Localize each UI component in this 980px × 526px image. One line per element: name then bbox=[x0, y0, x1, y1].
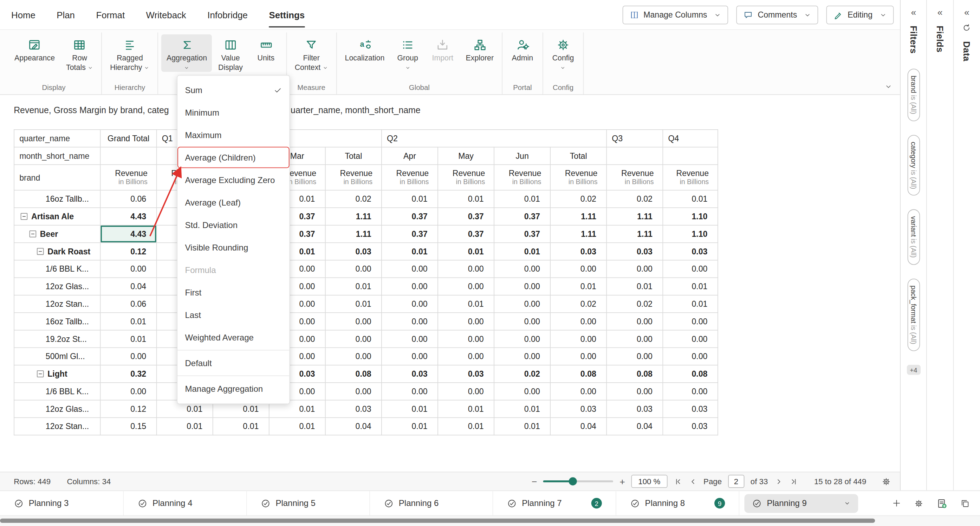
value-cell[interactable]: 0.37 bbox=[382, 225, 438, 243]
value-cell[interactable]: 0.00 bbox=[100, 383, 156, 400]
value-cell[interactable]: 0.01 bbox=[382, 243, 438, 261]
value-cell[interactable]: 0.01 bbox=[494, 418, 550, 435]
value-cell[interactable]: 0.01 bbox=[438, 295, 494, 313]
value-cell[interactable]: 0.01 bbox=[438, 418, 494, 435]
value-cell[interactable]: 0.00 bbox=[438, 348, 494, 365]
value-cell[interactable]: 1.10 bbox=[663, 208, 718, 225]
value-cell[interactable]: 0.03 bbox=[663, 400, 718, 418]
appearance-button[interactable]: Appearance bbox=[10, 35, 60, 64]
zoom-slider[interactable] bbox=[543, 477, 613, 486]
value-cell[interactable]: 0.01 bbox=[663, 190, 718, 208]
value-cell[interactable]: 0.02 bbox=[550, 295, 606, 313]
next-page-button[interactable] bbox=[774, 477, 783, 486]
export-report-icon[interactable] bbox=[936, 497, 947, 509]
value-cell[interactable]: 0.01 bbox=[100, 313, 156, 330]
quarter-header-q4[interactable]: Q4 bbox=[663, 130, 718, 147]
value-cell[interactable]: 0.00 bbox=[550, 348, 606, 365]
menu-settings[interactable]: Settings bbox=[269, 0, 305, 30]
value-cell[interactable]: 1.11 bbox=[550, 225, 606, 243]
admin-button[interactable]: Admin bbox=[506, 35, 539, 64]
value-cell[interactable]: 0.00 bbox=[663, 260, 718, 278]
filter-pill-variant[interactable]: variant is (All) bbox=[907, 210, 920, 265]
value-cell[interactable]: 0.00 bbox=[382, 330, 438, 348]
value-cell[interactable]: 0.01 bbox=[382, 418, 438, 435]
row-header-cell[interactable]: Dark Roast bbox=[14, 243, 100, 261]
collapse-toggle-icon[interactable] bbox=[37, 370, 44, 377]
menu-item-std-deviation[interactable]: Std. Deviation bbox=[177, 214, 289, 236]
value-cell[interactable]: 0.01 bbox=[100, 330, 156, 348]
value-cell[interactable]: 0.01 bbox=[438, 400, 494, 418]
value-cell[interactable]: 0.32 bbox=[100, 365, 156, 383]
value-cell[interactable]: 0.02 bbox=[494, 365, 550, 383]
value-cell[interactable]: 0.00 bbox=[382, 260, 438, 278]
selected-cell[interactable]: 4.43 bbox=[100, 225, 156, 243]
value-cell[interactable]: 0.01 bbox=[663, 278, 718, 295]
value-cell[interactable]: 0.00 bbox=[100, 260, 156, 278]
tab-planning-7[interactable]: Planning 72 bbox=[493, 491, 616, 515]
value-cell[interactable]: 0.01 bbox=[157, 418, 213, 435]
value-cell[interactable]: 0.00 bbox=[663, 330, 718, 348]
value-cell[interactable]: 0.00 bbox=[606, 260, 663, 278]
active-tab-planning-9[interactable]: Planning 9 bbox=[744, 494, 858, 512]
menu-item-maximum[interactable]: Maximum bbox=[177, 124, 289, 146]
menu-item-sum[interactable]: Sum bbox=[177, 79, 289, 101]
row-header-cell[interactable]: 16oz Tallb... bbox=[14, 313, 100, 330]
zoom-out-button[interactable]: − bbox=[531, 476, 537, 487]
row-header-cell[interactable]: 500ml Gl... bbox=[14, 348, 100, 365]
tab-planning-3[interactable]: Planning 3 bbox=[0, 491, 123, 515]
row-header-cell[interactable]: 1/6 BBL K... bbox=[14, 383, 100, 400]
menu-item-average-children[interactable]: Average (Children) bbox=[177, 146, 289, 168]
value-cell[interactable]: 0.03 bbox=[663, 243, 718, 261]
value-cell[interactable]: 0.00 bbox=[382, 295, 438, 313]
copy-sheets-icon[interactable] bbox=[960, 498, 970, 508]
localization-button[interactable]: aLocalization bbox=[340, 35, 389, 64]
menu-home[interactable]: Home bbox=[11, 0, 35, 30]
value-cell[interactable]: 0.00 bbox=[382, 278, 438, 295]
menu-format[interactable]: Format bbox=[96, 0, 125, 30]
value-cell[interactable]: 0.01 bbox=[550, 278, 606, 295]
expand-data-icon[interactable]: « bbox=[964, 7, 969, 17]
value-cell[interactable]: 0.00 bbox=[494, 330, 550, 348]
value-cell[interactable]: 0.00 bbox=[382, 383, 438, 400]
measure-header[interactable]: Revenuein Billions bbox=[438, 164, 494, 190]
value-cell[interactable]: 0.06 bbox=[100, 295, 156, 313]
ribbon-collapse-icon[interactable] bbox=[885, 83, 892, 91]
measure-header[interactable]: Revenuein Billions bbox=[606, 164, 663, 190]
fields-panel-title[interactable]: Fields bbox=[935, 25, 945, 53]
value-cell[interactable]: 0.37 bbox=[438, 225, 494, 243]
value-cell[interactable]: 0.00 bbox=[438, 313, 494, 330]
value-cell[interactable]: 0.37 bbox=[494, 225, 550, 243]
import-button[interactable]: Import bbox=[426, 35, 460, 64]
value-cell[interactable]: 0.00 bbox=[494, 313, 550, 330]
value-cell[interactable]: 0.03 bbox=[325, 243, 382, 261]
row-header-cell[interactable]: 12oz Stan... bbox=[14, 295, 100, 313]
value-cell[interactable]: 0.01 bbox=[382, 190, 438, 208]
row-header-cell[interactable]: 19.2oz St... bbox=[14, 330, 100, 348]
tab-planning-6[interactable]: Planning 6 bbox=[369, 491, 492, 515]
value-cell[interactable]: 0.02 bbox=[325, 190, 382, 208]
value-cell[interactable]: 0.00 bbox=[550, 383, 606, 400]
value-cell[interactable]: 0.03 bbox=[550, 243, 606, 261]
value-cell[interactable]: 0.08 bbox=[325, 365, 382, 383]
units-button[interactable]: Units bbox=[249, 35, 283, 64]
value-cell[interactable]: 0.01 bbox=[494, 243, 550, 261]
value-cell[interactable]: 1.11 bbox=[606, 225, 663, 243]
tab-planning-4[interactable]: Planning 4 bbox=[123, 491, 246, 515]
value-cell[interactable]: 0.00 bbox=[494, 348, 550, 365]
menu-item-weighted-average[interactable]: Weighted Average bbox=[177, 326, 289, 348]
value-cell[interactable]: 0.00 bbox=[663, 313, 718, 330]
value-cell[interactable]: 0.03 bbox=[438, 365, 494, 383]
row-header-cell[interactable]: 16oz Tallb... bbox=[14, 190, 100, 208]
more-filters-badge[interactable]: +4 bbox=[907, 365, 920, 375]
menu-item-average-leaf[interactable]: Average (Leaf) bbox=[177, 191, 289, 214]
measure-header[interactable]: Revenuein Billions bbox=[382, 164, 438, 190]
value-cell[interactable]: 0.02 bbox=[606, 295, 663, 313]
measure-header[interactable]: Revenuein Billions bbox=[663, 164, 718, 190]
month-header[interactable] bbox=[606, 147, 663, 165]
month-header[interactable]: Apr bbox=[382, 147, 438, 165]
value-cell[interactable]: 1.11 bbox=[606, 208, 663, 225]
value-cell[interactable]: 0.00 bbox=[550, 313, 606, 330]
value-cell[interactable]: 0.00 bbox=[325, 348, 382, 365]
row-header-cell[interactable]: Artisan Ale bbox=[14, 208, 100, 225]
horizontal-scrollbar-thumb[interactable] bbox=[0, 519, 875, 523]
